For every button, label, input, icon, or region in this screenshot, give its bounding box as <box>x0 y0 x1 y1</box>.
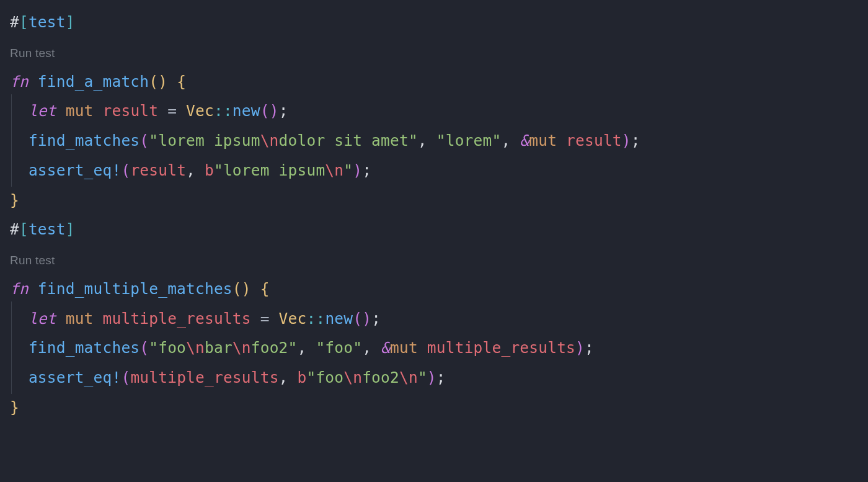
token: ] <box>66 220 75 238</box>
code-line: find_matches("lorem ipsum\ndolor sit ame… <box>10 132 640 150</box>
token: mut <box>66 310 94 328</box>
token <box>418 339 427 357</box>
token: result <box>566 132 622 150</box>
token: assert_eq! <box>29 161 122 179</box>
token: mut <box>390 339 418 357</box>
token <box>270 310 279 328</box>
token: :: <box>306 310 325 328</box>
token: [ <box>19 13 29 31</box>
token <box>167 73 177 91</box>
token: let <box>29 310 56 328</box>
token: ) <box>353 161 362 179</box>
code-line: assert_eq!(multiple_results, b"foo\nfoo2… <box>10 368 446 386</box>
token: b <box>205 161 214 179</box>
token: , <box>418 132 427 150</box>
token: ; <box>436 368 446 386</box>
token: # <box>10 220 19 238</box>
token: test <box>29 220 66 238</box>
code-line: assert_eq!(result, b"lorem ipsum\n"); <box>10 161 371 179</box>
code-attribute-line: #[test] <box>10 13 75 31</box>
token <box>195 161 205 179</box>
token: # <box>10 13 19 31</box>
token: \n <box>232 339 251 357</box>
code-line: fn find_multiple_matches() { <box>10 280 270 298</box>
code-line: find_matches("foo\nbar\nfoo2", "foo", &m… <box>10 339 594 357</box>
token: ; <box>585 339 594 357</box>
code-line: } <box>10 398 19 416</box>
token: \n <box>186 339 205 357</box>
token: ) <box>427 368 436 386</box>
token <box>56 102 66 120</box>
code-attribute-line: #[test] <box>10 220 75 238</box>
codelens-run-test[interactable]: Run test <box>10 250 55 271</box>
token: = <box>260 310 270 328</box>
code-line: } <box>10 191 19 209</box>
token: mut <box>66 102 94 120</box>
token: , <box>298 339 307 357</box>
token <box>306 339 316 357</box>
token <box>510 132 520 150</box>
token: multiple_results <box>130 368 278 386</box>
token: " <box>343 161 353 179</box>
token: find_a_match <box>38 73 149 91</box>
token <box>56 310 66 328</box>
token: result <box>130 161 186 179</box>
code-editor[interactable]: #[test] Run test fn find_a_match() { let… <box>0 0 868 422</box>
token: find_matches <box>29 339 140 357</box>
token: , <box>279 368 288 386</box>
token: ; <box>362 161 371 179</box>
token: "lorem ipsum <box>214 161 325 179</box>
token: [ <box>19 220 29 238</box>
token: = <box>167 102 177 120</box>
token: multiple_results <box>103 310 251 328</box>
token: fn <box>10 280 29 298</box>
token: foo2 <box>362 368 399 386</box>
token: fn <box>10 73 29 91</box>
token: ( <box>140 339 149 357</box>
token: mut <box>529 132 557 150</box>
token: find_multiple_matches <box>38 280 232 298</box>
code-line: fn find_a_match() { <box>10 73 186 91</box>
token: ; <box>371 310 381 328</box>
token: bar <box>205 339 232 357</box>
token: & <box>381 339 390 357</box>
token: "foo" <box>316 339 362 357</box>
token: " <box>418 368 427 386</box>
token <box>94 310 103 328</box>
token: ( <box>140 132 149 150</box>
token: foo2" <box>251 339 298 357</box>
token <box>29 280 38 298</box>
token: "lorem ipsum <box>149 132 260 150</box>
token: :: <box>214 102 232 120</box>
token <box>251 310 260 328</box>
token: Vec <box>186 102 214 120</box>
token <box>158 102 167 120</box>
token <box>177 102 186 120</box>
token <box>29 73 38 91</box>
code-line: let mut multiple_results = Vec::new(); <box>10 310 381 328</box>
token: new <box>325 310 353 328</box>
token: , <box>186 161 195 179</box>
token: { <box>177 73 186 91</box>
token <box>94 102 103 120</box>
token: ) <box>622 132 631 150</box>
token: \n <box>399 368 418 386</box>
token: () <box>232 280 251 298</box>
token: } <box>10 398 19 416</box>
token: ( <box>121 368 130 386</box>
codelens-run-test[interactable]: Run test <box>10 43 55 64</box>
token: find_matches <box>29 132 140 150</box>
token: \n <box>343 368 362 386</box>
token: b <box>298 368 307 386</box>
token <box>251 280 260 298</box>
token: ; <box>279 102 288 120</box>
token: { <box>260 280 270 298</box>
token: "foo <box>149 339 186 357</box>
token: multiple_results <box>427 339 575 357</box>
token <box>427 132 436 150</box>
token: new <box>232 102 260 120</box>
code-line: let mut result = Vec::new(); <box>10 102 288 120</box>
token: () <box>149 73 167 91</box>
token: () <box>353 310 371 328</box>
token: , <box>501 132 510 150</box>
